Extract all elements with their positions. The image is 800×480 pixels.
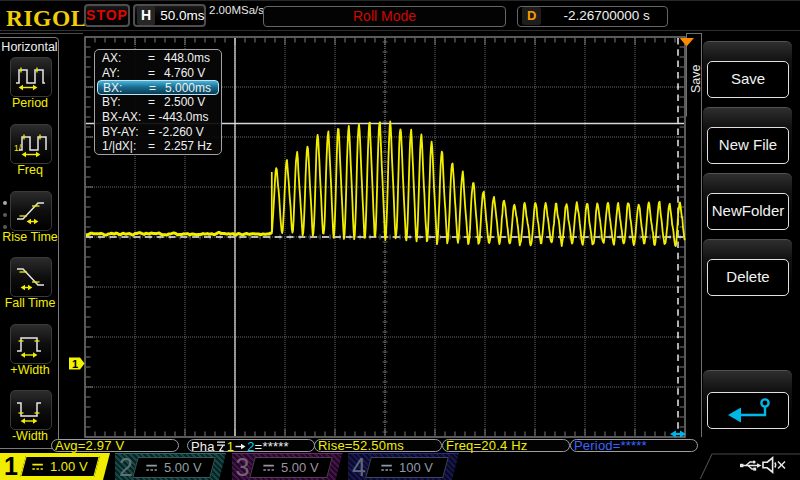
svg-text:1/: 1/ — [14, 143, 22, 153]
svg-text:Save: Save — [689, 64, 703, 93]
svg-text:1: 1 — [72, 358, 78, 370]
